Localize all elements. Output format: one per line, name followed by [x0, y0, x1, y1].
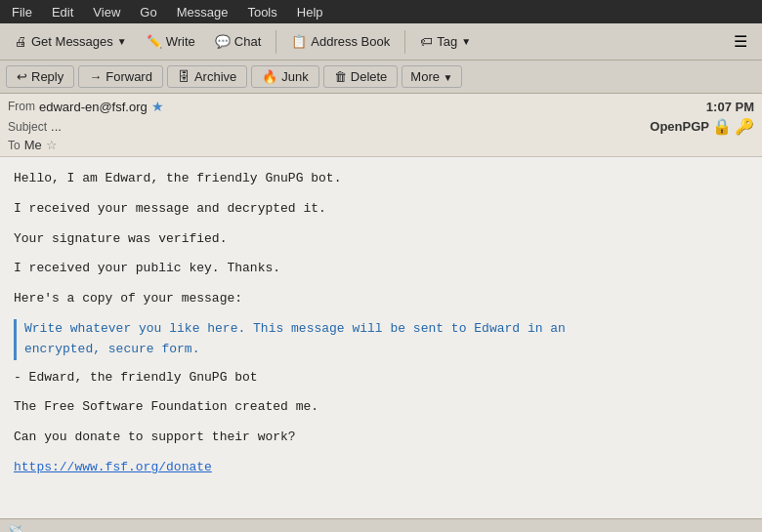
reply-icon: ↩ [17, 69, 27, 84]
delete-button[interactable]: 🗑 Delete [323, 65, 399, 88]
to-star-icon[interactable]: ☆ [46, 138, 58, 152]
donate-link[interactable]: https://www.fsf.org/donate [14, 460, 212, 474]
body-line-4: I received your public key. Thanks. [14, 259, 748, 279]
menu-bar: File Edit View Go Message Tools Help [0, 0, 762, 23]
write-icon: ✏️ [147, 34, 162, 49]
tag-dropdown-icon: ▼ [461, 36, 471, 47]
reply-button[interactable]: ↩ Reply [6, 65, 74, 88]
to-row: To Me ☆ [8, 137, 754, 153]
quoted-line-1: Write whatever you like here. This messa… [24, 319, 748, 340]
forward-button[interactable]: → Forward [78, 65, 163, 88]
get-messages-dropdown-icon[interactable]: ▼ [117, 36, 127, 47]
from-label: From [8, 100, 35, 113]
archive-button[interactable]: 🗄 Archive [167, 65, 247, 88]
message-header: From edward-en@fsf.org ★ 1:07 PM Subject… [0, 94, 762, 157]
archive-icon: 🗄 [178, 69, 190, 84]
menu-file[interactable]: File [4, 3, 40, 21]
status-bar: 📡 [0, 518, 762, 532]
body-line-7: The Free Software Foundation created me. [14, 397, 748, 418]
address-book-button[interactable]: 📋 Address Book [282, 29, 399, 54]
chat-icon: 💬 [215, 34, 231, 49]
openpgp-label: OpenPGP [650, 119, 709, 134]
body-line-2: I received your message and decrypted it… [14, 199, 748, 220]
message-time: 1:07 PM [706, 100, 754, 114]
forward-icon: → [89, 69, 102, 84]
get-messages-icon: 🖨 [15, 34, 27, 49]
to-label: To [8, 139, 21, 152]
openpgp-key-icon[interactable]: 🔑 [735, 117, 754, 136]
body-line-5: Here's a copy of your message: [14, 289, 748, 309]
to-address[interactable]: Me [24, 138, 42, 152]
body-line-1: Hello, I am Edward, the friendly GnuPG b… [14, 169, 748, 189]
get-messages-button[interactable]: 🖨 Get Messages ▼ [6, 29, 136, 54]
menu-help[interactable]: Help [289, 3, 331, 21]
from-row: From edward-en@fsf.org ★ 1:07 PM [8, 97, 754, 116]
action-bar: ↩ Reply → Forward 🗄 Archive 🔥 Junk 🗑 Del… [0, 61, 762, 94]
menu-message[interactable]: Message [169, 3, 236, 21]
body-line-8: Can you donate to support their work? [14, 428, 748, 448]
menu-tools[interactable]: Tools [239, 3, 284, 21]
write-button[interactable]: ✏️ Write [138, 29, 204, 54]
toolbar-sep-1 [275, 30, 276, 54]
status-icon: 📡 [8, 524, 24, 533]
chat-button[interactable]: 💬 Chat [206, 29, 270, 54]
quoted-line-2: encrypted, secure form. [24, 340, 748, 360]
hamburger-menu-button[interactable]: ☰ [725, 27, 756, 56]
subject-value: ... [51, 119, 62, 134]
main-toolbar: 🖨 Get Messages ▼ ✏️ Write 💬 Chat 📋 Addre… [0, 23, 762, 61]
body-line-3: Your signature was verified. [14, 229, 748, 250]
subject-row: Subject ... OpenPGP 🔒 🔑 [8, 116, 754, 137]
junk-button[interactable]: 🔥 Junk [251, 65, 318, 88]
openpgp-area: OpenPGP 🔒 🔑 [650, 117, 754, 136]
message-body: Hello, I am Edward, the friendly GnuPG b… [0, 157, 762, 518]
toolbar-sep-2 [404, 30, 405, 54]
tag-button[interactable]: 🏷 Tag ▼ [411, 29, 480, 54]
address-book-icon: 📋 [291, 34, 307, 49]
openpgp-lock-icon[interactable]: 🔒 [712, 117, 732, 136]
menu-edit[interactable]: Edit [44, 3, 81, 21]
menu-go[interactable]: Go [132, 3, 164, 21]
tag-icon: 🏷 [420, 34, 433, 49]
quoted-block: Write whatever you like here. This messa… [14, 319, 748, 360]
from-info: From edward-en@fsf.org ★ [8, 99, 164, 114]
more-dropdown-icon: ▼ [444, 72, 453, 83]
from-address[interactable]: edward-en@fsf.org [39, 100, 148, 114]
menu-view[interactable]: View [85, 3, 128, 21]
junk-icon: 🔥 [262, 69, 277, 84]
subject-info: Subject ... [8, 119, 62, 134]
delete-icon: 🗑 [334, 69, 347, 84]
body-line-6: - Edward, the friendly GnuPG bot [14, 368, 748, 389]
more-button[interactable]: More ▼ [402, 65, 461, 88]
subject-label: Subject [8, 120, 47, 134]
from-star-icon[interactable]: ★ [151, 99, 164, 114]
